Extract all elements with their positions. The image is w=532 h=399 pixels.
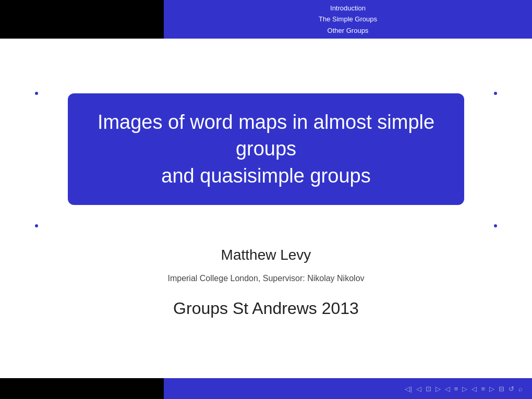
bottom-bar-purple-section: ◁| ◁ ⊡ ▷ ◁ ≡ ▷ ◁ ≡ ▷ ⊟ ↺ ⌕: [164, 378, 532, 399]
author-section: Matthew Levy Imperial College London, Su…: [167, 247, 364, 318]
corner-dot-tl: [35, 92, 38, 95]
presentation-title-box: Images of word maps in almost simple gro…: [68, 93, 464, 205]
corner-dot-br: [494, 224, 497, 227]
nav-item-simple-groups[interactable]: The Simple Groups: [319, 14, 377, 25]
author-name: Matthew Levy: [167, 247, 364, 263]
author-affiliation: Imperial College London, Supervisor: Nik…: [167, 274, 364, 283]
nav-search-icon[interactable]: ⌕: [517, 385, 524, 393]
nav-section-next-icon[interactable]: ▷: [461, 385, 468, 393]
nav-subsection-prev-icon[interactable]: ◁: [470, 385, 478, 393]
bottom-bar-black-section: [0, 378, 164, 399]
title-box-wrapper: Images of word maps in almost simple gro…: [37, 93, 495, 226]
bottom-bar: ◁| ◁ ⊡ ▷ ◁ ≡ ▷ ◁ ≡ ▷ ⊟ ↺ ⌕: [0, 378, 532, 399]
navigation-controls: ◁| ◁ ⊡ ▷ ◁ ≡ ▷ ◁ ≡ ▷ ⊟ ↺ ⌕: [404, 385, 524, 393]
title-line2: and quasisimple groups: [161, 165, 370, 187]
title-line1: Images of word maps in almost simple gro…: [98, 111, 434, 160]
nav-frame-icon[interactable]: ⊡: [425, 385, 432, 393]
conference-name: Groups St Andrews 2013: [167, 299, 364, 318]
nav-prev-icon[interactable]: ◁: [415, 385, 422, 393]
nav-item-introduction[interactable]: Introduction: [330, 3, 366, 14]
nav-section-icon[interactable]: ≡: [453, 385, 460, 393]
top-bar-navigation: Introduction The Simple Groups Other Gro…: [164, 0, 532, 39]
main-content: Images of word maps in almost simple gro…: [0, 39, 532, 378]
corner-dot-bl: [35, 224, 38, 227]
nav-item-other-groups[interactable]: Other Groups: [328, 26, 369, 36]
nav-back-icon[interactable]: ↺: [507, 385, 515, 393]
corner-dot-tr: [494, 92, 497, 95]
top-bar-black-section: [0, 0, 164, 39]
nav-section-prev-icon[interactable]: ◁: [444, 385, 451, 393]
presentation-title: Images of word maps in almost simple gro…: [94, 109, 438, 189]
nav-align-icon[interactable]: ⊟: [498, 385, 505, 393]
nav-subsection-icon[interactable]: ≡: [480, 385, 486, 393]
nav-first-icon[interactable]: ◁|: [404, 385, 413, 393]
nav-next-icon[interactable]: ▷: [434, 385, 442, 393]
nav-subsection-next-icon[interactable]: ▷: [488, 385, 495, 393]
top-bar: Introduction The Simple Groups Other Gro…: [0, 0, 532, 39]
